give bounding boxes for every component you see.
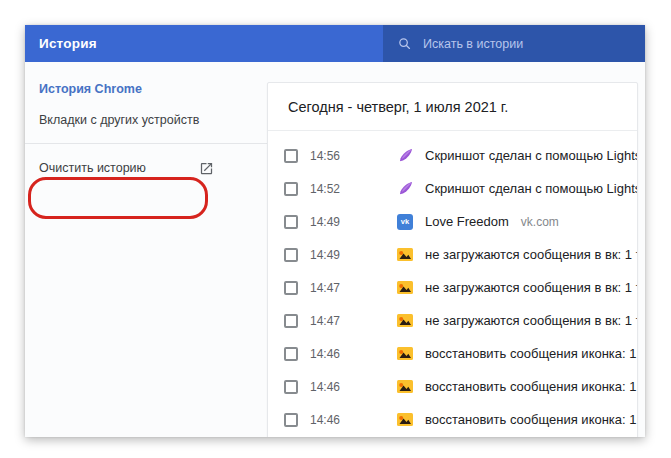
history-entry-row: 14:46 vk — [268, 370, 637, 403]
entry-favicon: vk — [397, 346, 413, 362]
page: История Искать в истории История Chrome … — [0, 0, 671, 458]
google-images-icon — [397, 347, 413, 360]
entry-time: 14:49 — [310, 215, 366, 229]
google-images-icon — [397, 380, 413, 393]
app-header: История Искать в истории — [25, 25, 645, 62]
entry-favicon: vk — [397, 412, 413, 428]
google-images-icon — [397, 413, 413, 426]
sidebar-item-chrome-history[interactable]: История Chrome — [25, 62, 267, 96]
history-entry-row: 14:52 vk — [268, 172, 637, 205]
entry-favicon: vk — [397, 379, 413, 395]
entry-time: 14:47 — [310, 314, 366, 328]
lightshot-feather-icon — [398, 181, 413, 196]
entry-checkbox[interactable] — [284, 380, 298, 394]
history-entry-row: 14:56 vk — [268, 139, 637, 172]
entry-favicon: vk — [397, 181, 413, 197]
entry-title[interactable]: восстановить сообщения иконка: 1 тыс изо… — [425, 379, 638, 394]
clear-history-label: Очистить историю — [39, 161, 146, 175]
entry-favicon: vk — [397, 148, 413, 164]
chrome-history-window: История Искать в истории История Chrome … — [25, 25, 645, 437]
entry-checkbox[interactable] — [284, 314, 298, 328]
entry-title[interactable]: восстановить сообщения иконка: 1 тыс изо… — [425, 346, 638, 361]
entry-favicon: vk — [397, 214, 413, 230]
entry-checkbox[interactable] — [284, 281, 298, 295]
entry-title[interactable]: не загружаются сообщения в вк: 1 тыс изо… — [425, 280, 638, 295]
entry-title[interactable]: Love Freedom — [425, 214, 509, 229]
history-entry-row: 14:49 vk — [268, 238, 637, 271]
entry-checkbox[interactable] — [284, 182, 298, 196]
entry-checkbox[interactable] — [284, 215, 298, 229]
entry-time: 14:52 — [310, 182, 366, 196]
history-entry-row: 14:49 vk — [268, 205, 637, 238]
page-title: История — [39, 25, 97, 62]
entry-time: 14:49 — [310, 248, 366, 262]
entry-title[interactable]: Скриншот сделан с помощью Lightshot — [425, 181, 638, 196]
google-images-icon — [397, 281, 413, 294]
google-images-icon — [397, 314, 413, 327]
search-input[interactable]: Искать в истории — [383, 25, 645, 62]
date-header: Сегодня - четверг, 1 июля 2021 г. — [268, 83, 637, 131]
entry-favicon: vk — [397, 247, 413, 263]
entry-checkbox[interactable] — [284, 347, 298, 361]
entry-checkbox[interactable] — [284, 413, 298, 427]
entry-time: 14:46 — [310, 347, 366, 361]
entry-title[interactable]: не загружаются сообщения в вк: 1 тыс изо… — [425, 313, 638, 328]
open-in-new-icon — [199, 161, 214, 176]
search-placeholder: Искать в истории — [423, 37, 523, 51]
google-images-icon — [397, 248, 413, 261]
entry-time: 14:47 — [310, 281, 366, 295]
sidebar: История Chrome Вкладки с других устройст… — [25, 62, 267, 437]
history-entry-row: 14:46 vk — [268, 337, 637, 370]
sidebar-divider — [25, 143, 267, 144]
entry-time: 14:46 — [310, 380, 366, 394]
sidebar-item-tabs-other-devices[interactable]: Вкладки с других устройств — [25, 96, 267, 127]
entry-title[interactable]: восстановить сообщения иконка: 1 тыс изо… — [425, 412, 638, 427]
entry-checkbox[interactable] — [284, 149, 298, 163]
history-card: Сегодня - четверг, 1 июля 2021 г. 14:56 — [267, 82, 638, 437]
history-list: 14:56 vk — [268, 131, 637, 436]
lightshot-feather-icon — [398, 148, 413, 163]
entry-title[interactable]: не загружаются сообщения в вк: 1 тыс изо… — [425, 247, 638, 262]
history-entry-row: 14:47 vk — [268, 304, 637, 337]
search-icon — [397, 36, 412, 51]
vk-icon: vk — [397, 214, 413, 230]
entry-domain: vk.com — [521, 215, 559, 229]
sidebar-item-clear-history[interactable]: Очистить историю — [25, 150, 267, 186]
entry-time: 14:46 — [310, 413, 366, 427]
entry-time: 14:56 — [310, 149, 366, 163]
entry-checkbox[interactable] — [284, 248, 298, 262]
entry-favicon: vk — [397, 280, 413, 296]
entry-favicon: vk — [397, 313, 413, 329]
entry-title[interactable]: Скриншот сделан с помощью Lightshot — [425, 148, 638, 163]
history-entry-row: 14:47 vk — [268, 271, 637, 304]
history-entry-row: 14:46 vk — [268, 403, 637, 436]
